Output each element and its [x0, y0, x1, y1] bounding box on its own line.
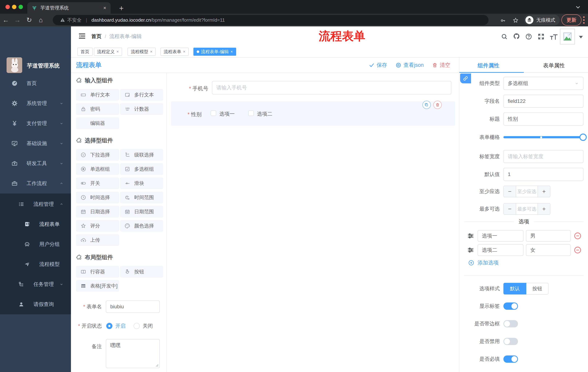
component-date-range[interactable]: 日期范围: [120, 206, 163, 217]
sidebar-item-process-form[interactable]: 流程表单: [0, 214, 71, 234]
avatar[interactable]: [560, 29, 575, 44]
min-select-stepper[interactable]: − 至少应选 +: [504, 186, 550, 197]
component-slider[interactable]: 滑块: [120, 177, 163, 189]
traffic-light-close[interactable]: [5, 5, 10, 9]
stepper-minus-button[interactable]: −: [504, 203, 516, 214]
view-json-button[interactable]: 查看json: [396, 62, 424, 69]
radio-on-label[interactable]: 开启: [115, 322, 126, 329]
radio-on-selected[interactable]: [106, 323, 112, 329]
option-value-input[interactable]: [526, 244, 571, 256]
slider-handle[interactable]: [579, 134, 587, 141]
tag-close-icon[interactable]: ×: [183, 50, 185, 54]
font-size-icon[interactable]: [550, 34, 558, 40]
browser-tab[interactable]: 芋道管理系统 ×: [27, 2, 111, 14]
label-width-input[interactable]: [504, 150, 583, 163]
stepper-minus-button[interactable]: −: [504, 186, 516, 197]
sidebar-item-user-groups[interactable]: 用户分组: [0, 234, 71, 254]
tag-process-form-edit[interactable]: 流程表单-编辑×: [193, 48, 236, 56]
border-toggle[interactable]: [504, 320, 518, 327]
stepper-plus-button[interactable]: +: [538, 203, 550, 214]
component-password[interactable]: 密码: [76, 103, 119, 115]
tag-close-icon[interactable]: ×: [116, 50, 119, 54]
component-upload[interactable]: 上传: [76, 234, 119, 246]
tab-close-icon[interactable]: ×: [103, 5, 106, 11]
remove-option-icon[interactable]: [574, 246, 582, 254]
clear-button[interactable]: 清空: [432, 62, 450, 69]
sidebar-item-system[interactable]: 系统管理: [0, 93, 71, 113]
max-select-stepper[interactable]: − 最多可选 +: [504, 203, 550, 215]
sidebar-item-infrastructure[interactable]: 基础设施: [0, 133, 71, 153]
radio-off-label[interactable]: 关闭: [143, 322, 153, 329]
tag-home[interactable]: 首页: [77, 48, 93, 56]
tag-process-model[interactable]: 流程模型×: [127, 48, 156, 56]
search-icon[interactable]: [501, 33, 508, 40]
stepper-plus-button[interactable]: +: [538, 186, 550, 197]
required-toggle[interactable]: [504, 355, 518, 363]
component-multi-line-text[interactable]: 多行文本: [120, 89, 163, 101]
tag-close-icon[interactable]: ×: [231, 50, 233, 54]
component-cascader[interactable]: 级联选择: [120, 149, 163, 161]
sidebar-item-process-model[interactable]: 流程模型: [0, 254, 71, 274]
field-name-input[interactable]: [504, 95, 583, 108]
component-type-select[interactable]: 多选框组: [504, 77, 583, 90]
new-tab-icon[interactable]: +: [119, 4, 124, 13]
sidebar-item-payment[interactable]: 支付管理: [0, 113, 71, 133]
fullscreen-icon[interactable]: [537, 33, 545, 40]
component-counter[interactable]: 123计数器: [120, 103, 163, 115]
canvas-gender-field-selected[interactable]: 性别 选项一 选项二: [171, 101, 455, 126]
component-editor[interactable]: 编辑器: [76, 117, 119, 129]
avatar-caret-icon[interactable]: [579, 36, 583, 38]
gender-option2-label[interactable]: 选项二: [257, 110, 272, 117]
github-icon[interactable]: [513, 32, 520, 40]
delete-component-button[interactable]: [433, 101, 442, 109]
component-single-line-text[interactable]: 单行文本: [76, 89, 119, 101]
duplicate-component-button[interactable]: [422, 101, 431, 109]
option-style-default-button[interactable]: 默认: [504, 283, 526, 295]
option-style-button-button[interactable]: 按钮: [526, 283, 548, 295]
radio-off[interactable]: [134, 323, 140, 329]
save-button[interactable]: 保存: [369, 62, 387, 69]
form-canvas[interactable]: 手机号 性别 选项一 选项二: [167, 73, 459, 372]
option-label-input[interactable]: [478, 230, 524, 242]
gender-option2-checkbox[interactable]: [248, 110, 254, 116]
component-table[interactable]: 表格[开发中]: [76, 280, 119, 292]
update-button[interactable]: 更新: [561, 14, 581, 26]
show-label-toggle[interactable]: [504, 302, 518, 310]
gender-option1-label[interactable]: 选项一: [220, 110, 235, 117]
drag-handle-icon[interactable]: [467, 246, 474, 254]
traffic-light-minimize[interactable]: [12, 5, 16, 9]
option-value-input[interactable]: [526, 230, 571, 242]
sidebar-item-process-management[interactable]: 流程管理: [0, 194, 71, 214]
sidebar-collapse-icon[interactable]: [78, 32, 86, 40]
tag-process-form[interactable]: 流程表单×: [160, 48, 189, 56]
component-row-container[interactable]: 行容器: [76, 266, 119, 277]
disabled-toggle[interactable]: [504, 338, 518, 345]
component-radio-group[interactable]: 单选框组: [76, 163, 119, 175]
component-switch[interactable]: 开关: [76, 177, 119, 189]
component-button[interactable]: 按钮: [120, 266, 163, 277]
tab-form-props[interactable]: 表单属性: [543, 62, 565, 69]
sidebar-item-workflow[interactable]: 工作流程: [0, 173, 71, 193]
remove-option-icon[interactable]: [574, 232, 582, 240]
bookmark-star-icon[interactable]: [512, 17, 519, 24]
sidebar-item-devtools[interactable]: 研发工具: [0, 153, 71, 173]
component-time-range[interactable]: 时间范围: [120, 192, 163, 203]
tag-process-definition[interactable]: 流程定义×: [94, 48, 122, 56]
component-checkbox-group[interactable]: 多选框组: [120, 163, 163, 175]
url-bar[interactable]: 不安全 | dashboard.yudao.iocoder.cn/bpm/man…: [53, 15, 488, 25]
title-input[interactable]: [504, 112, 583, 126]
help-icon[interactable]: [525, 33, 532, 40]
gender-option1-checkbox[interactable]: [211, 110, 216, 116]
breadcrumb-home[interactable]: 首页: [91, 33, 102, 40]
reload-icon[interactable]: ↻: [23, 16, 35, 24]
form-grid-slider[interactable]: [504, 133, 583, 141]
default-value-input[interactable]: [504, 168, 583, 181]
tag-close-icon[interactable]: ×: [150, 50, 152, 54]
back-icon[interactable]: ←: [0, 16, 12, 24]
component-time-picker[interactable]: 时间选择: [76, 192, 119, 203]
drag-handle-icon[interactable]: [467, 232, 474, 240]
form-remark-textarea[interactable]: 嘿嘿: [106, 339, 160, 368]
stepper-value[interactable]: 至少应选: [516, 186, 538, 197]
sidebar-item-home[interactable]: 首页: [0, 73, 71, 93]
password-key-icon[interactable]: [500, 18, 506, 24]
